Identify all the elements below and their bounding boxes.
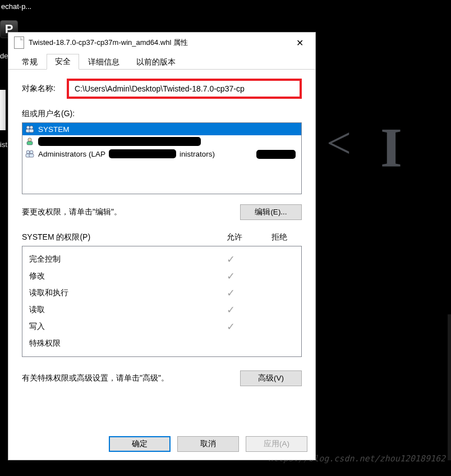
user-list[interactable]: SYSTEM Administrators (LAP inistrators) xyxy=(22,122,302,194)
advanced-hint: 有关特殊权限或高级设置，请单击"高级"。 xyxy=(22,373,169,383)
svg-point-8 xyxy=(30,150,33,154)
perm-row-modify: 修改 ✓ xyxy=(26,268,298,285)
check-icon: ✓ xyxy=(227,304,235,315)
perm-row-write: 写入 ✓ xyxy=(26,318,298,335)
user-icon xyxy=(25,137,35,146)
perm-name: 读取和执行 xyxy=(26,288,208,298)
check-icon: ✓ xyxy=(227,321,235,332)
users-icon xyxy=(25,149,35,158)
perm-name: 修改 xyxy=(26,271,208,281)
edit-button[interactable]: 编辑(E)... xyxy=(240,204,302,220)
perm-name: 完全控制 xyxy=(26,254,208,264)
svg-point-4 xyxy=(28,138,31,141)
perm-name: 特殊权限 xyxy=(26,338,208,349)
dialog-title: Twisted-18.7.0-cp37-cp37m-win_amd64.whl … xyxy=(29,38,287,48)
allow-column-header: 允许 xyxy=(212,232,257,242)
redacted-text xyxy=(38,137,201,146)
user-name: SYSTEM xyxy=(38,125,70,134)
object-name-label: 对象名称: xyxy=(22,84,67,94)
check-icon: ✓ xyxy=(227,287,235,299)
desktop-icon-label-wechat[interactable]: echat-p... xyxy=(0,2,45,11)
tab-security[interactable]: 安全 xyxy=(47,54,79,70)
background-glyph-lt: < xyxy=(326,118,349,168)
desktop-icon-label-ist[interactable]: ist xyxy=(0,140,7,149)
group-users-label: 组或用户名(G): xyxy=(22,109,302,119)
object-path-value: C:\Users\Admin\Desktop\Twisted-18.7.0-cp… xyxy=(67,79,302,99)
tab-bar: 常规 安全 详细信息 以前的版本 xyxy=(8,53,315,70)
redacted-text xyxy=(109,149,176,158)
svg-rect-5 xyxy=(27,141,33,145)
close-button[interactable]: ✕ xyxy=(287,34,312,51)
user-name-prefix: Administrators (LAP xyxy=(38,150,105,158)
security-panel: 对象名称: C:\Users\Admin\Desktop\Twisted-18.… xyxy=(8,70,315,428)
check-icon: ✓ xyxy=(227,271,235,282)
permissions-table: 完全控制 ✓ 修改 ✓ 读取和执行 ✓ 读取 ✓ 写入 ✓ xyxy=(22,246,302,357)
permissions-title: SYSTEM 的权限(P) xyxy=(22,232,212,242)
cancel-button[interactable]: 取消 xyxy=(177,436,239,452)
svg-point-6 xyxy=(26,150,30,154)
deny-column-header: 拒绝 xyxy=(257,232,302,242)
svg-point-2 xyxy=(30,126,33,129)
perm-row-special: 特殊权限 xyxy=(26,335,298,352)
check-icon: ✓ xyxy=(227,254,235,265)
svg-rect-3 xyxy=(29,129,34,132)
properties-dialog: Twisted-18.7.0-cp37-cp37m-win_amd64.whl … xyxy=(8,32,316,460)
user-row-system[interactable]: SYSTEM xyxy=(22,123,301,135)
redacted-text xyxy=(256,150,296,159)
titlebar[interactable]: Twisted-18.7.0-cp37-cp37m-win_amd64.whl … xyxy=(8,33,315,53)
close-icon: ✕ xyxy=(296,38,303,48)
perm-row-full-control: 完全控制 ✓ xyxy=(26,251,298,268)
apply-button[interactable]: 应用(A) xyxy=(246,436,307,452)
ok-button[interactable]: 确定 xyxy=(109,436,171,452)
svg-point-0 xyxy=(26,126,30,129)
users-icon xyxy=(25,125,35,134)
advanced-button[interactable]: 高级(V) xyxy=(240,370,302,386)
tab-details[interactable]: 详细信息 xyxy=(80,55,127,70)
user-row-administrators[interactable]: Administrators (LAP inistrators) xyxy=(22,148,301,160)
file-icon xyxy=(14,36,24,49)
background-glyph-i: I xyxy=(380,115,402,180)
perm-name: 读取 xyxy=(26,305,208,315)
user-name-suffix: inistrators) xyxy=(180,150,215,158)
tab-previous-versions[interactable]: 以前的版本 xyxy=(128,55,183,70)
perm-row-read: 读取 ✓ xyxy=(26,301,298,318)
desktop-icon-partial[interactable] xyxy=(0,90,6,130)
edit-hint: 要更改权限，请单击"编辑"。 xyxy=(22,207,122,217)
perm-row-read-execute: 读取和执行 ✓ xyxy=(26,285,298,301)
tab-general[interactable]: 常规 xyxy=(14,55,45,70)
user-row-redacted[interactable] xyxy=(22,135,301,148)
svg-rect-9 xyxy=(29,154,34,157)
dialog-button-bar: 确定 取消 应用(A) xyxy=(8,428,315,460)
background-bar xyxy=(448,314,451,460)
perm-name: 写入 xyxy=(26,322,208,332)
